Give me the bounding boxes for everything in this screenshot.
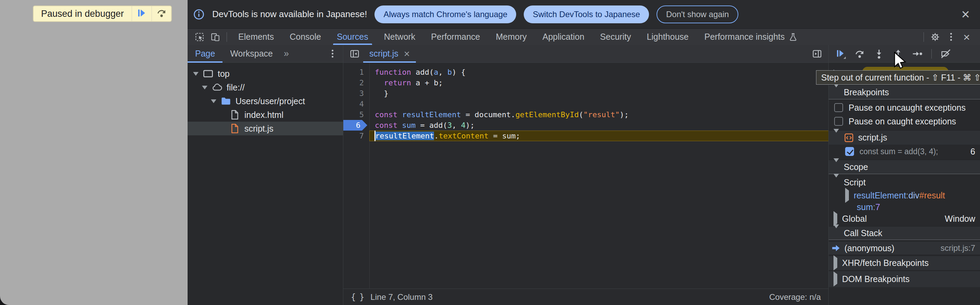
devtools-close-icon[interactable]: × — [959, 30, 975, 44]
breakpoint-file-group-header[interactable]: script.js — [829, 130, 980, 145]
tree-item-index-html[interactable]: index.html — [188, 108, 343, 122]
line-number[interactable]: 4 — [343, 99, 369, 109]
pause-caught-checkbox[interactable] — [834, 117, 843, 126]
debugger-sidebar: Watch Breakpoints Pause on uncaught exce… — [828, 45, 980, 305]
code-line-7[interactable]: 7resultElement.textContent = sum; — [343, 131, 828, 141]
line-number[interactable]: 3 — [343, 88, 369, 99]
settings-gear-icon[interactable] — [927, 30, 943, 44]
line-number[interactable]: 2 — [343, 77, 369, 88]
tab-performance-insights[interactable]: Performance insights — [697, 29, 806, 45]
pause-uncaught-label: Pause on uncaught exceptions — [848, 103, 966, 113]
scope-var-sum-row[interactable]: sum: 7 — [829, 201, 980, 212]
tab-label: Sources — [337, 32, 368, 42]
tab-label: Performance — [431, 32, 480, 42]
expanded-arrow-icon — [834, 174, 839, 187]
step-out-icon[interactable] — [889, 46, 907, 61]
more-tabs-icon[interactable]: » — [280, 48, 292, 59]
tab-memory[interactable]: Memory — [488, 29, 535, 45]
tree-item-label: script.js — [244, 124, 274, 134]
tree-item-script-js[interactable]: script.js — [188, 122, 343, 136]
tree-item-top[interactable]: top — [188, 67, 343, 81]
dom-breakpoints-section-header[interactable]: DOM Breakpoints — [829, 271, 980, 287]
pause-caught-label: Pause on caught exceptions — [848, 117, 956, 126]
line-number[interactable]: 7 — [343, 131, 369, 141]
inspect-element-icon[interactable] — [192, 30, 207, 44]
step-over-button-banner[interactable] — [151, 6, 171, 21]
tab-sources[interactable]: Sources — [329, 29, 376, 45]
tab-application[interactable]: Application — [535, 29, 592, 45]
tab-lighthouse[interactable]: Lighthouse — [639, 29, 696, 45]
tab-label: Elements — [238, 32, 274, 42]
tab-security[interactable]: Security — [592, 29, 639, 45]
code-line-5[interactable]: 5const resultElement = document.getEleme… — [343, 109, 828, 120]
cursor-position-label: Line 7, Column 3 — [371, 292, 432, 302]
collapse-navigator-icon[interactable] — [347, 47, 363, 61]
tree-item-file-[interactable]: file:// — [188, 81, 343, 94]
flask-icon — [788, 32, 798, 42]
deactivate-breakpoints-icon[interactable] — [937, 46, 955, 61]
call-stack-section-header[interactable]: Call Stack — [829, 226, 980, 240]
tab-network[interactable]: Network — [376, 29, 423, 45]
expanded-arrow-icon — [834, 84, 839, 97]
pause-uncaught-checkbox[interactable] — [834, 103, 843, 112]
xhr-breakpoints-section-header[interactable]: XHR/fetch Breakpoints — [829, 255, 980, 270]
toolbar-divider — [227, 32, 227, 42]
global-scope-row[interactable]: Global Window — [829, 212, 980, 225]
source-editor-panel: script.js × 6 1function add(a, b) {2 ret… — [343, 45, 828, 305]
collapsed-arrow-icon — [834, 271, 837, 286]
navigator-header: Page Workspace » — [188, 45, 343, 63]
scope-var-resultelement-row[interactable]: resultElement: div#result — [829, 189, 980, 201]
line-number[interactable]: 5 — [343, 109, 369, 120]
tab-console[interactable]: Console — [282, 29, 329, 45]
tab-label: Network — [384, 32, 415, 42]
tree-item-Users-user-project[interactable]: Users/user/project — [188, 94, 343, 108]
pause-uncaught-exceptions-row[interactable]: Pause on uncaught exceptions — [829, 101, 980, 115]
code-line-1[interactable]: 1function add(a, b) { — [343, 67, 828, 77]
step-icon[interactable] — [909, 46, 926, 61]
breakpoint-enabled-checkbox[interactable] — [845, 147, 854, 156]
step-out-tooltip: Step out of current function - ⇧ F11 - ⌘… — [816, 70, 980, 85]
always-match-language-button[interactable]: Always match Chrome's language — [374, 5, 516, 23]
code-text: resultElement.textContent = sum; — [369, 131, 828, 141]
code-line-6[interactable]: 6const sum = add(3, 4); — [343, 120, 828, 131]
navigator-tab-page[interactable]: Page — [188, 45, 223, 63]
code-line-4[interactable]: 4 — [343, 99, 828, 109]
tab-elements[interactable]: Elements — [231, 29, 282, 45]
resume-script-icon[interactable] — [832, 46, 849, 61]
editor-tab-close-icon[interactable]: × — [404, 49, 410, 59]
step-into-icon[interactable] — [870, 46, 888, 61]
device-toolbar-icon[interactable] — [207, 30, 223, 44]
notification-message: DevTools is now available in Japanese! — [212, 9, 367, 19]
code-line-2[interactable]: 2 return a + b; — [343, 77, 828, 88]
pretty-print-icon[interactable]: { } — [351, 292, 364, 302]
editor-tab-label: script.js — [369, 49, 398, 59]
script-file-icon — [844, 133, 854, 143]
devtools-tab-strip: ElementsConsoleSourcesNetworkPerformance… — [231, 29, 806, 45]
call-stack-frame-row[interactable]: (anonymous) script.js:7 — [829, 241, 980, 255]
breakpoints-section-header[interactable]: Breakpoints — [829, 85, 980, 99]
line-number[interactable]: 1 — [343, 67, 369, 77]
editor-tab-scriptjs[interactable]: script.js × — [363, 45, 417, 63]
info-icon — [193, 8, 205, 20]
pause-caught-exceptions-row[interactable]: Pause on caught exceptions — [829, 115, 980, 128]
script-scope-row[interactable]: Script — [829, 176, 980, 189]
dont-show-again-button[interactable]: Don't show again — [657, 5, 738, 23]
step-over-icon[interactable] — [851, 46, 869, 61]
navigator-tab-workspace[interactable]: Workspace — [223, 45, 280, 63]
breakpoint-entry-row[interactable]: const sum = add(3, 4); 6 — [829, 145, 980, 158]
var-value-id: #result — [920, 190, 945, 200]
scope-section-header[interactable]: Scope — [829, 160, 980, 174]
code-line-3[interactable]: 3 } — [343, 88, 828, 99]
expand-arrow-icon — [202, 86, 207, 89]
code-area[interactable]: 6 1function add(a, b) {2 return a + b;3 … — [343, 63, 828, 289]
file-gray-icon — [229, 109, 240, 120]
collapse-debugger-sidebar-icon[interactable] — [809, 47, 825, 61]
notification-close-icon[interactable]: × — [961, 7, 970, 22]
switch-to-japanese-button[interactable]: Switch DevTools to Japanese — [524, 5, 649, 23]
navigator-menu-kebab-icon[interactable] — [325, 47, 340, 61]
resume-script-button[interactable] — [132, 6, 151, 21]
more-options-kebab-icon[interactable] — [943, 30, 959, 44]
var-name: resultElement — [854, 190, 906, 200]
tab-performance[interactable]: Performance — [423, 29, 488, 45]
frame-name: (anonymous) — [845, 243, 894, 253]
